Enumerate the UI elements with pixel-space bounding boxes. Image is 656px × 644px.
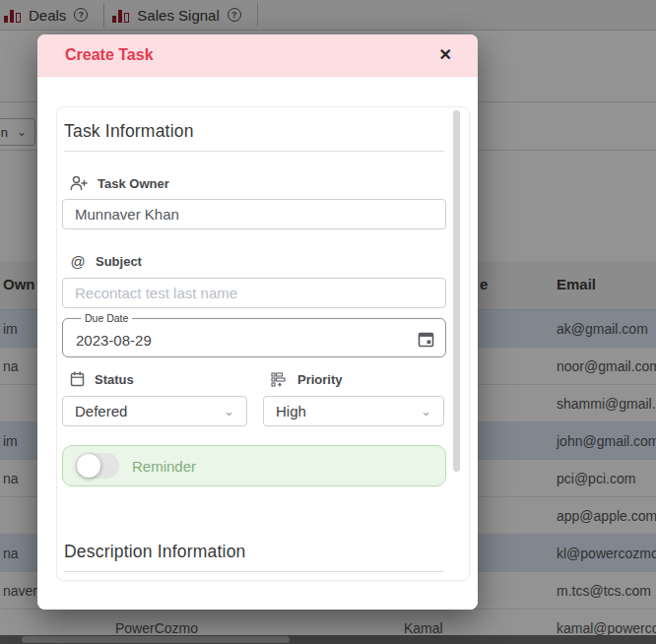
create-task-modal: Create Task ✕ Task Information Task Owne… — [37, 34, 478, 610]
subject-label: Subject — [96, 254, 142, 269]
task-owner-label-row: Task Owner — [70, 175, 444, 191]
chevron-down-icon: ⌄ — [224, 408, 234, 416]
section-divider — [64, 571, 444, 572]
app-viewport: Deals ? Sales Signal ? n ⌄ Own e Email i… — [0, 0, 656, 644]
section-title-task-information: Task Information — [64, 121, 444, 142]
vertical-scrollbar[interactable] — [453, 110, 460, 472]
due-date-label: Due Date — [81, 312, 132, 324]
status-select[interactable]: Defered ⌄ — [62, 396, 247, 426]
at-icon: @ — [70, 253, 86, 270]
status-select-value: Defered — [75, 403, 127, 419]
subject-label-row: @ Subject — [70, 253, 444, 270]
reminder-toggle-knob — [77, 454, 100, 478]
task-form-card: Task Information Task Owner @ Subject — [56, 106, 470, 581]
calendar-icon[interactable] — [418, 331, 434, 348]
section-divider — [64, 151, 444, 152]
reminder-toggle[interactable] — [76, 453, 119, 479]
subject-input[interactable] — [62, 278, 446, 308]
due-date-value: 2023-08-29 — [76, 332, 152, 349]
status-label: Status — [95, 372, 134, 387]
section-title-description-information: Description Information — [64, 542, 444, 562]
reminder-box: Reminder — [62, 445, 446, 486]
status-column: Status Defered ⌄ — [62, 359, 263, 426]
priority-select-value: High — [276, 403, 306, 419]
close-icon[interactable]: ✕ — [439, 47, 452, 63]
reminder-label: Reminder — [132, 458, 196, 475]
chevron-down-icon: ⌄ — [421, 408, 431, 416]
status-priority-row: Status Defered ⌄ — [62, 359, 444, 426]
due-date-field[interactable]: Due Date 2023-08-29 — [62, 312, 446, 357]
modal-title: Create Task — [65, 46, 154, 64]
priority-label-row: Priority — [271, 371, 444, 387]
priority-icon — [271, 371, 288, 387]
priority-select[interactable]: High ⌄ — [263, 396, 444, 426]
modal-header: Create Task ✕ — [37, 34, 478, 77]
status-icon — [70, 371, 85, 387]
priority-column: Priority High ⌄ — [263, 359, 444, 426]
modal-body: Task Information Task Owner @ Subject — [37, 77, 478, 610]
task-owner-label: Task Owner — [98, 176, 169, 191]
person-add-icon — [70, 175, 88, 191]
priority-label: Priority — [297, 372, 343, 387]
task-owner-input[interactable] — [62, 199, 446, 229]
status-label-row: Status — [70, 371, 263, 387]
